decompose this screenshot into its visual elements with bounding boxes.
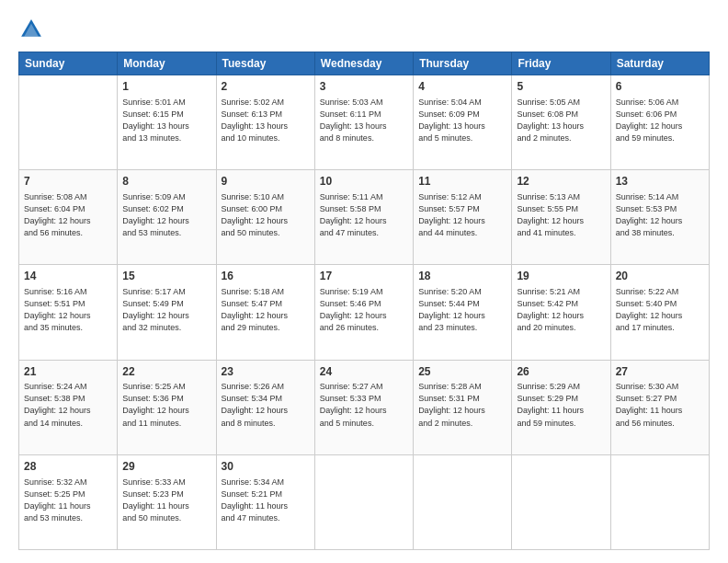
day-number: 4 [418,79,506,95]
calendar-cell: 24Sunrise: 5:27 AM Sunset: 5:33 PM Dayli… [314,360,413,454]
calendar-cell [512,454,610,549]
day-info: Sunrise: 5:12 AM Sunset: 5:57 PM Dayligh… [418,191,506,239]
day-number: 28 [24,459,112,475]
calendar-cell: 2Sunrise: 5:02 AM Sunset: 6:13 PM Daylig… [216,75,314,170]
day-number: 14 [24,269,112,284]
day-info: Sunrise: 5:30 AM Sunset: 5:27 PM Dayligh… [616,381,704,429]
calendar-cell: 17Sunrise: 5:19 AM Sunset: 5:46 PM Dayli… [314,265,413,360]
day-info: Sunrise: 5:17 AM Sunset: 5:49 PM Dayligh… [122,286,210,334]
day-info: Sunrise: 5:06 AM Sunset: 6:06 PM Dayligh… [616,97,704,144]
calendar-cell [314,454,413,549]
day-number: 21 [24,364,112,380]
calendar-week-row: 28Sunrise: 5:32 AM Sunset: 5:25 PM Dayli… [19,454,710,549]
day-number: 10 [320,174,408,190]
header [18,17,710,42]
day-info: Sunrise: 5:10 AM Sunset: 6:00 PM Dayligh… [222,191,310,239]
calendar-cell [414,454,512,549]
calendar-cell: 25Sunrise: 5:28 AM Sunset: 5:31 PM Dayli… [414,360,512,454]
calendar-cell: 14Sunrise: 5:16 AM Sunset: 5:51 PM Dayli… [19,265,118,360]
calendar-cell: 12Sunrise: 5:13 AM Sunset: 5:55 PM Dayli… [512,170,610,265]
calendar-cell: 23Sunrise: 5:26 AM Sunset: 5:34 PM Dayli… [216,360,314,454]
logo-icon [18,17,44,42]
day-info: Sunrise: 5:27 AM Sunset: 5:33 PM Dayligh… [320,381,408,429]
calendar-cell: 5Sunrise: 5:05 AM Sunset: 6:08 PM Daylig… [512,75,610,170]
calendar-cell: 10Sunrise: 5:11 AM Sunset: 5:58 PM Dayli… [314,170,413,265]
calendar-cell: 20Sunrise: 5:22 AM Sunset: 5:40 PM Dayli… [610,265,709,360]
day-info: Sunrise: 5:03 AM Sunset: 6:11 PM Dayligh… [320,97,408,144]
calendar-cell [610,454,709,549]
day-info: Sunrise: 5:13 AM Sunset: 5:55 PM Dayligh… [517,191,605,239]
day-info: Sunrise: 5:11 AM Sunset: 5:58 PM Dayligh… [320,191,408,239]
day-info: Sunrise: 5:21 AM Sunset: 5:42 PM Dayligh… [517,286,605,334]
day-info: Sunrise: 5:20 AM Sunset: 5:44 PM Dayligh… [418,286,506,334]
calendar-cell: 7Sunrise: 5:08 AM Sunset: 6:04 PM Daylig… [19,170,118,265]
day-number: 13 [616,174,704,190]
day-info: Sunrise: 5:08 AM Sunset: 6:04 PM Dayligh… [24,191,112,239]
calendar-cell [19,75,118,170]
calendar-week-row: 7Sunrise: 5:08 AM Sunset: 6:04 PM Daylig… [19,170,710,265]
day-number: 17 [320,269,408,284]
day-info: Sunrise: 5:22 AM Sunset: 5:40 PM Dayligh… [616,286,704,334]
calendar-cell: 26Sunrise: 5:29 AM Sunset: 5:29 PM Dayli… [512,360,610,454]
day-number: 24 [320,364,408,380]
weekday-header: Friday [512,52,610,75]
weekday-header: Saturday [610,52,709,75]
calendar-week-row: 21Sunrise: 5:24 AM Sunset: 5:38 PM Dayli… [19,360,710,454]
day-number: 15 [122,269,210,284]
day-number: 16 [222,269,310,284]
weekday-row: SundayMondayTuesdayWednesdayThursdayFrid… [19,52,710,75]
day-number: 1 [122,79,210,95]
weekday-header: Thursday [414,52,512,75]
calendar-cell: 28Sunrise: 5:32 AM Sunset: 5:25 PM Dayli… [19,454,118,549]
calendar-week-row: 1Sunrise: 5:01 AM Sunset: 6:15 PM Daylig… [19,75,710,170]
day-number: 22 [122,364,210,380]
calendar-cell: 27Sunrise: 5:30 AM Sunset: 5:27 PM Dayli… [610,360,709,454]
calendar-cell: 6Sunrise: 5:06 AM Sunset: 6:06 PM Daylig… [610,75,709,170]
day-number: 3 [320,79,408,95]
day-info: Sunrise: 5:28 AM Sunset: 5:31 PM Dayligh… [418,381,506,429]
day-number: 27 [616,364,704,380]
day-info: Sunrise: 5:32 AM Sunset: 5:25 PM Dayligh… [24,477,112,524]
day-info: Sunrise: 5:18 AM Sunset: 5:47 PM Dayligh… [222,286,310,334]
day-number: 23 [222,364,310,380]
day-info: Sunrise: 5:24 AM Sunset: 5:38 PM Dayligh… [24,381,112,429]
day-info: Sunrise: 5:19 AM Sunset: 5:46 PM Dayligh… [320,286,408,334]
calendar-cell: 29Sunrise: 5:33 AM Sunset: 5:23 PM Dayli… [118,454,216,549]
calendar-cell: 15Sunrise: 5:17 AM Sunset: 5:49 PM Dayli… [118,265,216,360]
day-info: Sunrise: 5:33 AM Sunset: 5:23 PM Dayligh… [122,477,210,524]
calendar-table: SundayMondayTuesdayWednesdayThursdayFrid… [18,52,710,550]
calendar-header: SundayMondayTuesdayWednesdayThursdayFrid… [19,52,710,75]
logo [18,17,48,42]
day-number: 2 [222,79,310,95]
calendar-cell: 1Sunrise: 5:01 AM Sunset: 6:15 PM Daylig… [118,75,216,170]
day-number: 11 [418,174,506,190]
day-number: 8 [122,174,210,190]
weekday-header: Wednesday [314,52,413,75]
calendar-cell: 21Sunrise: 5:24 AM Sunset: 5:38 PM Dayli… [19,360,118,454]
calendar-cell: 13Sunrise: 5:14 AM Sunset: 5:53 PM Dayli… [610,170,709,265]
day-number: 25 [418,364,506,380]
day-info: Sunrise: 5:02 AM Sunset: 6:13 PM Dayligh… [222,97,310,144]
day-number: 19 [517,269,605,284]
calendar-cell: 8Sunrise: 5:09 AM Sunset: 6:02 PM Daylig… [118,170,216,265]
day-number: 7 [24,174,112,190]
day-number: 18 [418,269,506,284]
day-number: 9 [222,174,310,190]
day-number: 26 [517,364,605,380]
day-info: Sunrise: 5:26 AM Sunset: 5:34 PM Dayligh… [222,381,310,429]
calendar-cell: 4Sunrise: 5:04 AM Sunset: 6:09 PM Daylig… [414,75,512,170]
calendar-cell: 30Sunrise: 5:34 AM Sunset: 5:21 PM Dayli… [216,454,314,549]
calendar-body: 1Sunrise: 5:01 AM Sunset: 6:15 PM Daylig… [19,75,710,550]
weekday-header: Tuesday [216,52,314,75]
day-info: Sunrise: 5:16 AM Sunset: 5:51 PM Dayligh… [24,286,112,334]
day-info: Sunrise: 5:04 AM Sunset: 6:09 PM Dayligh… [418,97,506,144]
day-number: 20 [616,269,704,284]
page: SundayMondayTuesdayWednesdayThursdayFrid… [0,0,728,563]
day-info: Sunrise: 5:05 AM Sunset: 6:08 PM Dayligh… [517,97,605,144]
day-number: 30 [222,459,310,475]
day-number: 29 [122,459,210,475]
calendar-cell: 19Sunrise: 5:21 AM Sunset: 5:42 PM Dayli… [512,265,610,360]
day-number: 5 [517,79,605,95]
day-info: Sunrise: 5:25 AM Sunset: 5:36 PM Dayligh… [122,381,210,429]
calendar-week-row: 14Sunrise: 5:16 AM Sunset: 5:51 PM Dayli… [19,265,710,360]
